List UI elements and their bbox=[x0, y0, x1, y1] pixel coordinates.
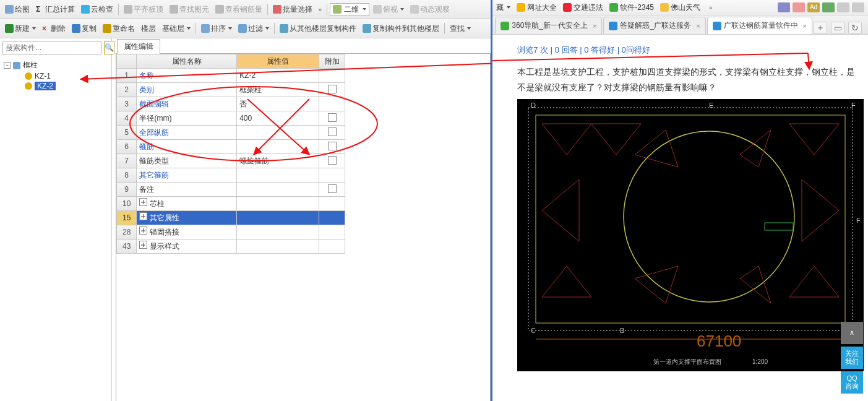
property-extra-cell[interactable] bbox=[319, 140, 345, 154]
property-row[interactable]: 28锚固搭接 bbox=[117, 225, 345, 239]
checkbox[interactable] bbox=[328, 142, 337, 150]
bookmark-soft[interactable]: 软件-2345 bbox=[609, 2, 654, 13]
col-value[interactable]: 属性值 bbox=[237, 54, 319, 69]
extension-ad[interactable]: Ad bbox=[807, 2, 820, 12]
delete-button[interactable]: × 删除 bbox=[40, 22, 68, 35]
property-row[interactable]: 1名称KZ-2 bbox=[117, 69, 345, 83]
bookmark-netnav[interactable]: 网址大全 bbox=[517, 2, 557, 13]
extension-button[interactable] bbox=[793, 2, 805, 12]
tab-close[interactable]: × bbox=[593, 22, 596, 30]
bookmark-traffic[interactable]: 交通违法 bbox=[563, 2, 603, 13]
expand-icon[interactable] bbox=[139, 241, 147, 249]
col-extra[interactable]: 附加 bbox=[319, 54, 345, 69]
property-extra-cell[interactable] bbox=[319, 111, 345, 126]
property-row[interactable]: 8其它箍筋 bbox=[117, 168, 345, 183]
bookmarks-fav[interactable]: 藏 bbox=[496, 2, 510, 13]
checkbox[interactable] bbox=[328, 113, 337, 122]
property-value-cell[interactable] bbox=[237, 168, 319, 183]
tab-property-edit[interactable]: 属性编辑 bbox=[117, 39, 160, 54]
property-extra-cell[interactable] bbox=[319, 211, 345, 225]
property-row[interactable]: 7箍筋类型螺旋箍筋 bbox=[117, 154, 345, 168]
checkbox[interactable] bbox=[328, 184, 337, 193]
floor-button[interactable]: 楼层 bbox=[139, 22, 158, 35]
col-name[interactable]: 属性名称 bbox=[137, 54, 237, 69]
property-row[interactable]: 43显示样式 bbox=[117, 239, 345, 254]
property-extra-cell[interactable] bbox=[319, 97, 345, 111]
property-extra-cell[interactable] bbox=[319, 197, 345, 211]
tab-current[interactable]: 广联达钢筋算量软件中 × bbox=[707, 17, 812, 34]
property-row[interactable]: 10芯柱 bbox=[117, 197, 345, 211]
property-row[interactable]: 5全部纵筋 bbox=[117, 126, 345, 140]
property-row[interactable]: 6箍筋 bbox=[117, 140, 345, 154]
property-value-cell[interactable] bbox=[237, 225, 319, 239]
property-row[interactable]: 4半径(mm)400 bbox=[117, 111, 345, 126]
property-value-cell[interactable]: 400 bbox=[237, 111, 319, 126]
tab-qa[interactable]: 答疑解惑_广联达服务 × bbox=[603, 17, 705, 34]
view-rebar-button[interactable]: 查看钢筋量 bbox=[213, 3, 265, 16]
find-elem-button[interactable]: 查找图元 bbox=[167, 3, 212, 16]
property-row[interactable]: 2类别框架柱 bbox=[117, 83, 345, 97]
property-extra-cell[interactable] bbox=[319, 154, 345, 168]
property-value-cell[interactable]: 框架柱 bbox=[237, 83, 319, 97]
dyn-view-button[interactable]: 动态观察 bbox=[408, 3, 452, 16]
rename-button[interactable]: 重命名 bbox=[100, 22, 137, 35]
qq-consult-button[interactable]: QQ 咨询 bbox=[841, 371, 863, 394]
property-extra-cell[interactable] bbox=[319, 126, 345, 140]
search-input[interactable] bbox=[2, 41, 101, 54]
expand-icon[interactable] bbox=[139, 226, 147, 235]
property-value-cell[interactable]: 螺旋箍筋 bbox=[237, 154, 319, 168]
property-row[interactable]: 9备注 bbox=[117, 183, 345, 197]
batch-select-button[interactable]: 批量选择 bbox=[270, 3, 315, 16]
property-row[interactable]: 15其它属性 bbox=[117, 211, 345, 225]
property-row[interactable]: 3截面编辑否 bbox=[117, 97, 345, 111]
tree-root[interactable]: − 框柱 bbox=[4, 59, 108, 71]
property-extra-cell[interactable] bbox=[319, 225, 345, 239]
follow-us-button[interactable]: 关注 我们 bbox=[841, 347, 863, 369]
extension-button[interactable] bbox=[852, 2, 864, 12]
property-value-cell[interactable] bbox=[237, 197, 319, 211]
sort-button[interactable]: 排序 bbox=[199, 22, 234, 35]
copy-from-other-button[interactable]: 从其他楼层复制构件 bbox=[277, 22, 359, 35]
checkbox[interactable] bbox=[328, 85, 337, 93]
toolbar-more[interactable]: » bbox=[316, 6, 325, 13]
new-tab-button[interactable]: ＋ bbox=[814, 22, 827, 34]
property-value-cell[interactable]: KZ-2 bbox=[237, 69, 319, 83]
filter-button[interactable]: 过滤 bbox=[236, 22, 272, 35]
copy-to-other-button[interactable]: 复制构件到其他楼层 bbox=[360, 22, 442, 35]
back-to-top-button[interactable]: ∧ bbox=[841, 322, 863, 344]
expand-icon[interactable] bbox=[139, 198, 147, 206]
property-value-cell[interactable] bbox=[237, 183, 319, 197]
tree-item-kz1[interactable]: KZ-1 bbox=[25, 71, 108, 81]
view-mode-select[interactable]: 二维 bbox=[330, 3, 369, 16]
find-button[interactable]: 查找 bbox=[447, 22, 473, 35]
bookmark-more[interactable]: » bbox=[707, 4, 715, 11]
property-value-cell[interactable] bbox=[237, 211, 319, 225]
new-button[interactable]: 新建 bbox=[2, 22, 38, 35]
property-extra-cell[interactable] bbox=[319, 183, 345, 197]
copy-button[interactable]: 复制 bbox=[69, 22, 99, 35]
restore-tab-button[interactable]: ↻ bbox=[848, 22, 862, 34]
draw-button[interactable]: 绘图 bbox=[2, 3, 32, 16]
property-value-cell[interactable]: 否 bbox=[237, 97, 319, 111]
property-extra-cell[interactable] bbox=[319, 69, 345, 83]
tree-item-kz2[interactable]: KZ-2 bbox=[25, 81, 108, 91]
top-view-button[interactable]: 俯视 bbox=[371, 3, 406, 16]
checkbox[interactable] bbox=[328, 156, 337, 165]
property-extra-cell[interactable] bbox=[319, 168, 345, 183]
property-extra-cell[interactable] bbox=[319, 83, 345, 97]
bookmark-weather[interactable]: 佛山天气 bbox=[660, 2, 700, 13]
sum-button[interactable]: Σ 汇总计算 bbox=[33, 3, 77, 16]
expand-icon[interactable] bbox=[139, 212, 147, 220]
flat-top-button[interactable]: 平齐板顶 bbox=[121, 3, 166, 16]
extension-button[interactable] bbox=[778, 2, 790, 12]
property-value-cell[interactable] bbox=[237, 239, 319, 254]
tab-overview-button[interactable]: ▭ bbox=[831, 22, 844, 34]
component-tree[interactable]: − 框柱 KZ-1 KZ-2 bbox=[0, 57, 111, 401]
cloud-check-button[interactable]: 云检查 bbox=[79, 3, 116, 16]
extension-button[interactable] bbox=[837, 2, 849, 12]
extension-button[interactable] bbox=[822, 2, 835, 12]
collapse-icon[interactable]: − bbox=[4, 62, 11, 69]
checkbox[interactable] bbox=[328, 127, 337, 136]
property-value-cell[interactable] bbox=[237, 140, 319, 154]
base-floor-select[interactable]: 基础层 bbox=[160, 22, 193, 35]
